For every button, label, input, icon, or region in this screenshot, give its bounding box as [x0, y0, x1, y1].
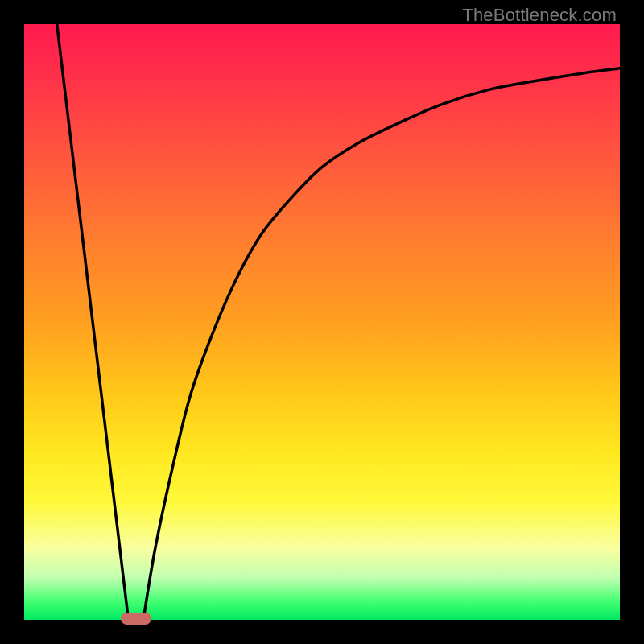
minimum-marker: [121, 613, 151, 625]
chart-frame: TheBottleneck.com: [0, 0, 644, 644]
curve-left-branch: [57, 24, 129, 620]
plot-area: [24, 24, 620, 620]
curve-right-branch: [143, 68, 620, 620]
curve-layer: [24, 24, 620, 620]
watermark-text: TheBottleneck.com: [462, 5, 617, 26]
